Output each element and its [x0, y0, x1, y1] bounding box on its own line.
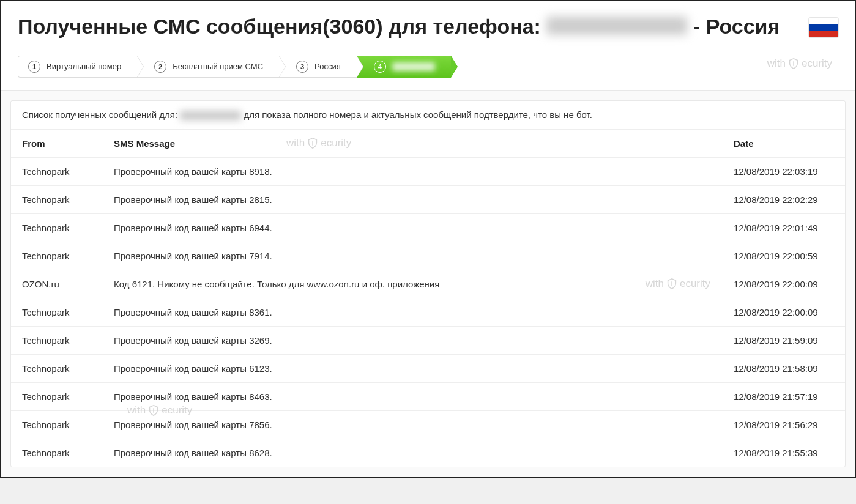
shield-icon: [665, 277, 679, 291]
redacted-phone: [546, 17, 687, 35]
breadcrumb-step-4[interactable]: 4: [357, 56, 451, 78]
breadcrumb-step-2[interactable]: 2Бесплатный прием СМС: [137, 56, 279, 78]
cell-from: Technopark: [11, 410, 103, 439]
cell-date: 12/08/2019 22:01:49: [723, 213, 845, 242]
breadcrumb: 1Виртуальный номер2Бесплатный прием СМС3…: [18, 56, 838, 78]
shield-icon: [306, 136, 319, 150]
cell-date: 12/08/2019 21:55:39: [723, 439, 845, 467]
breadcrumb-step-3[interactable]: 3Россия: [279, 56, 357, 78]
cell-from: Technopark: [11, 213, 103, 242]
cell-from: Technopark: [11, 157, 103, 185]
cell-from: Technopark: [11, 326, 103, 354]
cell-message: Проверочный код вашей карты 7914.: [103, 242, 723, 270]
title-suffix: Россия: [706, 15, 780, 38]
table-header-row: From SMS Message with ecurity Date: [11, 129, 845, 157]
header: Полученные СМС сообщения(3060) для телеф…: [1, 1, 855, 47]
table-row: TechnoparkПроверочный код вашей карты 28…: [11, 185, 845, 213]
cell-date: 12/08/2019 21:56:29: [723, 410, 845, 439]
title-dash: -: [693, 15, 706, 38]
redacted-number: [180, 111, 241, 120]
title-prefix: Полученные СМС сообщения(3060) для телеф…: [18, 15, 546, 38]
cell-from: Technopark: [11, 242, 103, 270]
cell-from: OZON.ru: [11, 270, 103, 298]
cell-date: 12/08/2019 21:59:09: [723, 326, 845, 354]
col-message: SMS Message with ecurity: [103, 129, 723, 157]
cell-from: Technopark: [11, 298, 103, 326]
cell-message: Проверочный код вашей карты 3269.: [103, 326, 723, 354]
cell-date: 12/08/2019 22:03:19: [723, 157, 845, 185]
table-row: TechnoparkПроверочный код вашей карты 83…: [11, 298, 845, 326]
cell-from: Technopark: [11, 185, 103, 213]
table-row: TechnoparkПроверочный код вашей карты 78…: [11, 410, 845, 439]
breadcrumb-label: Виртуальный номер: [47, 62, 121, 71]
cell-date: 12/08/2019 21:57:19: [723, 382, 845, 410]
content: Список полученных сообщений для: для пок…: [1, 90, 855, 477]
sms-table: From SMS Message with ecurity Date Techn…: [11, 129, 845, 467]
watermark: withecurity: [646, 277, 710, 291]
page: Полученные СМС сообщения(3060) для телеф…: [0, 0, 856, 478]
cell-date: 12/08/2019 22:00:09: [723, 270, 845, 298]
redacted-breadcrumb: [392, 62, 435, 71]
cell-date: 12/08/2019 22:00:59: [723, 242, 845, 270]
cell-message: Проверочный код вашей карты 8463.withecu…: [103, 382, 723, 410]
table-row: TechnoparkПроверочный код вашей карты 86…: [11, 439, 845, 467]
flag-russia-icon: [809, 18, 838, 37]
cell-message: Проверочный код вашей карты 7856.: [103, 410, 723, 439]
table-row: TechnoparkПроверочный код вашей карты 61…: [11, 354, 845, 382]
cell-date: 12/08/2019 21:58:09: [723, 354, 845, 382]
cell-from: Technopark: [11, 354, 103, 382]
cell-date: 12/08/2019 22:02:29: [723, 185, 845, 213]
breadcrumb-number: 2: [154, 61, 166, 73]
table-row: TechnoparkПроверочный код вашей карты 89…: [11, 157, 845, 185]
panel-description: Список полученных сообщений для: для пок…: [11, 101, 845, 129]
breadcrumb-step-1[interactable]: 1Виртуальный номер: [18, 56, 137, 78]
cell-date: 12/08/2019 22:00:09: [723, 298, 845, 326]
table-row: TechnoparkПроверочный код вашей карты 84…: [11, 382, 845, 410]
cell-message: Проверочный код вашей карты 6123.: [103, 354, 723, 382]
page-title: Полученные СМС сообщения(3060) для телеф…: [18, 13, 802, 41]
table-row: TechnoparkПроверочный код вашей карты 79…: [11, 242, 845, 270]
breadcrumb-number: 4: [374, 61, 386, 73]
cell-from: Technopark: [11, 439, 103, 467]
cell-message: Проверочный код вашей карты 6944.: [103, 213, 723, 242]
breadcrumb-number: 1: [28, 61, 40, 73]
breadcrumb-label: Россия: [314, 62, 341, 71]
sms-panel: Список полученных сообщений для: для пок…: [10, 100, 846, 467]
col-from: From: [11, 129, 103, 157]
table-row: OZON.ruКод 6121. Никому не сообщайте. То…: [11, 270, 845, 298]
cell-from: Technopark: [11, 382, 103, 410]
cell-message: Проверочный код вашей карты 2815.: [103, 185, 723, 213]
table-row: TechnoparkПроверочный код вашей карты 69…: [11, 213, 845, 242]
cell-message: Код 6121. Никому не сообщайте. Только дл…: [103, 270, 723, 298]
breadcrumb-number: 3: [296, 61, 308, 73]
breadcrumb-label: Бесплатный прием СМС: [173, 62, 263, 71]
cell-message: Проверочный код вашей карты 8918.: [103, 157, 723, 185]
cell-message: Проверочный код вашей карты 8361.: [103, 298, 723, 326]
cell-message: Проверочный код вашей карты 8628.: [103, 439, 723, 467]
col-date: Date: [723, 129, 845, 157]
table-row: TechnoparkПроверочный код вашей карты 32…: [11, 326, 845, 354]
